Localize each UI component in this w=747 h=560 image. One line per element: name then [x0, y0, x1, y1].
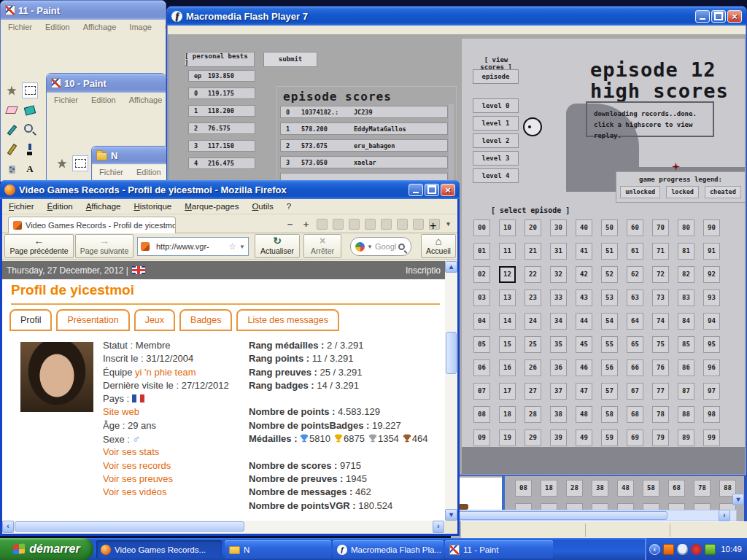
airbrush-tool-icon[interactable]: [4, 161, 20, 177]
home-button[interactable]: ⌂ Accueil: [421, 234, 456, 258]
maximize-button[interactable]: [711, 10, 726, 23]
tab-présentation[interactable]: Présentation: [56, 309, 129, 331]
tray-chevron-icon[interactable]: ‹: [649, 544, 660, 555]
episode-cell-98[interactable]: 98: [703, 406, 720, 423]
menu-item[interactable]: Outils: [245, 200, 279, 213]
maximize-button[interactable]: [425, 184, 439, 196]
taskbar-task-paint[interactable]: 11 - Paint: [445, 540, 553, 559]
episode-cell-70[interactable]: 70: [652, 219, 669, 236]
episode-cell-78[interactable]: 78: [652, 406, 669, 423]
search-text[interactable]: Googl: [375, 242, 396, 251]
episode-cell-73[interactable]: 73: [652, 289, 669, 306]
folder-n-titlebar[interactable]: N: [92, 147, 168, 164]
episode-cell-06[interactable]: 06: [473, 359, 490, 376]
paint10-titlebar[interactable]: 10 - Paint: [47, 74, 166, 93]
episode-cell-64[interactable]: 64: [627, 313, 643, 330]
select-tool-icon[interactable]: [72, 155, 88, 171]
episode-cell-69[interactable]: 69: [627, 429, 643, 446]
menu-item[interactable]: Fichier: [2, 200, 41, 213]
profile-link[interactable]: Voir ses vidéos: [103, 486, 166, 497]
episode-cell-96[interactable]: 96: [703, 359, 720, 376]
background-scroll-right-button[interactable]: ›: [719, 510, 730, 521]
episode-cell-10[interactable]: 10: [499, 219, 516, 236]
episode-cell-25[interactable]: 25: [525, 336, 541, 353]
level-scores-button[interactable]: level 4: [473, 168, 519, 183]
highscore-row[interactable]: 2573.675eru_bahagon: [280, 139, 448, 152]
episode-cell-32[interactable]: 32: [550, 266, 567, 283]
episode-cell-28[interactable]: 28: [566, 480, 583, 497]
dropdown-icon[interactable]: ▾: [445, 219, 452, 230]
episode-cell-47[interactable]: 47: [576, 383, 592, 400]
color-picker-tool-icon[interactable]: [4, 122, 20, 138]
profile-link[interactable]: Site web: [103, 406, 139, 417]
horizontal-scrollbar-thumb[interactable]: [15, 521, 244, 532]
highscore-row[interactable]: 3573.050xaelar: [280, 156, 448, 168]
episode-cell-67[interactable]: 67: [627, 383, 643, 400]
episode-cell-94[interactable]: 94: [703, 313, 720, 330]
personal-best-row[interactable]: 4216.475: [188, 158, 255, 169]
episode-cell-92[interactable]: 92: [703, 266, 720, 283]
episode-cell-19[interactable]: 19: [499, 429, 516, 446]
start-button[interactable]: démarrer: [0, 538, 93, 560]
episode-cell-82[interactable]: 82: [678, 266, 694, 283]
episode-cell-35[interactable]: 35: [550, 336, 567, 353]
episode-cell-29[interactable]: 29: [525, 429, 541, 446]
episode-cell-60[interactable]: 60: [627, 219, 643, 236]
episode-cell-16[interactable]: 16: [499, 359, 516, 376]
search-engine-dropdown-icon[interactable]: ▼: [367, 244, 373, 250]
episode-cell-57[interactable]: 57: [601, 383, 618, 400]
paint11-titlebar[interactable]: 11 - Paint: [1, 1, 166, 20]
refresh-button[interactable]: ↻ Actualiser: [255, 234, 300, 258]
cut-icon[interactable]: [333, 219, 344, 230]
episode-cell-01[interactable]: 01: [473, 243, 490, 260]
episode-cell-34[interactable]: 34: [550, 313, 567, 330]
url-text[interactable]: http://www.vgr-: [156, 242, 209, 251]
text-tool-icon[interactable]: [22, 161, 38, 177]
episode-cell-91[interactable]: 91: [703, 243, 720, 260]
episode-cell-95[interactable]: 95: [703, 336, 720, 353]
episode-cell-50[interactable]: 50: [601, 219, 618, 236]
episode-cell-58[interactable]: 58: [601, 406, 618, 423]
menu-item[interactable]: Fichier: [47, 93, 85, 106]
background-scrollbar-thumb[interactable]: [453, 511, 667, 520]
scroll-left-button[interactable]: ‹: [2, 521, 14, 533]
highscore-row[interactable]: 1578.200EddyMataGallos: [280, 122, 448, 135]
episode-cell-45[interactable]: 45: [576, 336, 592, 353]
brush-tool-icon[interactable]: [22, 141, 38, 158]
scroll-up-button[interactable]: ▴: [445, 261, 457, 273]
episode-cell-85[interactable]: 85: [678, 336, 694, 353]
episode-cell-51[interactable]: 51: [601, 243, 618, 260]
episode-cell-58[interactable]: 58: [643, 480, 659, 497]
episode-cell-81[interactable]: 81: [678, 243, 694, 260]
episode-cell-42[interactable]: 42: [576, 266, 592, 283]
episode-cell-52[interactable]: 52: [601, 266, 618, 283]
episode-cell-13[interactable]: 13: [499, 289, 516, 306]
updates-tray-icon[interactable]: [705, 544, 716, 555]
episode-cell-97[interactable]: 97: [703, 383, 720, 400]
tab-profil[interactable]: Profil: [9, 309, 52, 331]
episode-cell-27[interactable]: 27: [525, 383, 541, 400]
menu-item[interactable]: Affichage: [77, 20, 123, 34]
episode-cell-36[interactable]: 36: [550, 359, 567, 376]
episode-cell-75[interactable]: 75: [652, 336, 669, 353]
bookmark-star-icon[interactable]: ☆: [228, 241, 236, 252]
level-scores-button[interactable]: level 3: [473, 151, 519, 166]
menu-item[interactable]: Historique: [127, 200, 178, 213]
level-scores-button[interactable]: level 0: [473, 98, 519, 113]
flash-titlebar[interactable]: f Macromedia Flash Player 7: [167, 7, 746, 26]
episode-cell-76[interactable]: 76: [652, 359, 669, 376]
menu-item[interactable]: Fichier: [1, 20, 39, 34]
tab-jeux[interactable]: Jeux: [134, 309, 175, 331]
episode-cell-63[interactable]: 63: [627, 289, 643, 306]
personal-best-row[interactable]: 1118.200: [188, 105, 255, 117]
tab-badges[interactable]: Badges: [179, 309, 232, 331]
episode-cell-62[interactable]: 62: [627, 266, 643, 283]
ati-tray-icon[interactable]: [691, 544, 702, 555]
episode-cell-55[interactable]: 55: [601, 336, 618, 353]
plus-icon[interactable]: +: [301, 219, 311, 230]
search-magnifier-icon[interactable]: [398, 244, 405, 250]
tab-liste-des-messages[interactable]: Liste des messages: [236, 309, 338, 331]
episode-cell-89[interactable]: 89: [678, 429, 694, 446]
menu-item[interactable]: Affichage: [80, 200, 128, 213]
menu-item[interactable]: Edition: [39, 20, 77, 34]
